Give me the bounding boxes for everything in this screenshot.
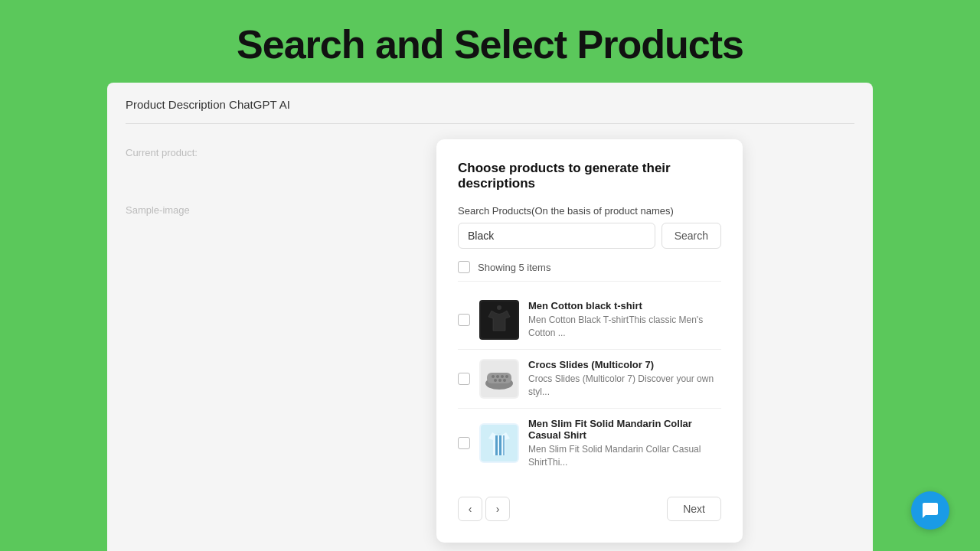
product-image-1 xyxy=(479,300,519,340)
product-checkbox-1[interactable] xyxy=(458,314,470,326)
product-info-2: Crocs Slides (Multicolor 7) Crocs Slides… xyxy=(528,359,721,399)
svg-rect-4 xyxy=(487,373,511,383)
left-panel: Current product: Sample-image xyxy=(126,139,309,543)
product-list: Men Cotton black t-shirt Men Cotton Blac… xyxy=(458,291,721,478)
modal-overlay: Choose products to generate their descri… xyxy=(325,139,854,543)
search-button[interactable]: Search xyxy=(662,223,721,249)
chat-icon xyxy=(921,501,939,520)
page-header: Search and Select Products xyxy=(0,0,980,83)
product-name-3: Men Slim Fit Solid Mandarin Collar Casua… xyxy=(528,418,721,441)
search-input[interactable] xyxy=(458,223,655,249)
product-image-2 xyxy=(479,359,519,399)
app-divider xyxy=(126,123,854,124)
page-title: Search and Select Products xyxy=(0,21,980,67)
product-item[interactable]: Men Cotton black t-shirt Men Cotton Blac… xyxy=(458,291,721,350)
svg-rect-15 xyxy=(503,435,505,455)
sample-image-label: Sample-image xyxy=(126,204,309,216)
product-checkbox-2[interactable] xyxy=(458,373,470,385)
svg-point-10 xyxy=(498,379,501,382)
svg-rect-13 xyxy=(495,435,498,455)
app-container: Product Description ChatGPT AI Current p… xyxy=(107,83,873,551)
product-desc-2: Crocs Slides (Multicolor 7) Discover you… xyxy=(528,373,721,399)
svg-rect-14 xyxy=(499,435,501,455)
svg-point-8 xyxy=(505,375,508,378)
showing-row: Showing 5 items xyxy=(458,261,721,282)
product-name-1: Men Cotton black t-shirt xyxy=(528,300,721,311)
svg-point-11 xyxy=(503,379,506,382)
product-info-3: Men Slim Fit Solid Mandarin Collar Casua… xyxy=(528,418,721,469)
next-button[interactable]: Next xyxy=(667,497,721,521)
pagination-buttons: ‹ › xyxy=(458,497,510,521)
product-name-2: Crocs Slides (Multicolor 7) xyxy=(528,359,721,370)
product-checkbox-3[interactable] xyxy=(458,437,470,449)
product-selection-modal: Choose products to generate their descri… xyxy=(436,139,743,543)
product-item[interactable]: Men Slim Fit Solid Mandarin Collar Casua… xyxy=(458,409,721,478)
search-label: Search Products(On the basis of product … xyxy=(458,205,721,217)
current-product-label: Current product: xyxy=(126,147,309,158)
svg-point-1 xyxy=(497,305,501,310)
product-image-3 xyxy=(479,423,519,463)
chat-button[interactable] xyxy=(911,491,949,530)
app-title: Product Description ChatGPT AI xyxy=(126,98,854,111)
prev-page-button[interactable]: ‹ xyxy=(458,497,482,521)
product-desc-1: Men Cotton Black T-shirtThis classic Men… xyxy=(528,314,721,340)
svg-point-7 xyxy=(501,375,504,378)
search-row: Search xyxy=(458,223,721,249)
app-body: Current product: Sample-image Choose pro… xyxy=(126,139,854,543)
svg-point-6 xyxy=(496,375,499,378)
showing-text: Showing 5 items xyxy=(478,262,550,273)
product-info-1: Men Cotton black t-shirt Men Cotton Blac… xyxy=(528,300,721,340)
svg-point-5 xyxy=(492,375,495,378)
product-desc-3: Men Slim Fit Solid Mandarin Collar Casua… xyxy=(528,443,721,469)
svg-point-9 xyxy=(494,379,497,382)
select-all-checkbox[interactable] xyxy=(458,261,470,273)
product-item[interactable]: Crocs Slides (Multicolor 7) Crocs Slides… xyxy=(458,350,721,409)
pagination-row: ‹ › Next xyxy=(458,492,721,521)
next-page-button[interactable]: › xyxy=(485,497,510,521)
modal-title: Choose products to generate their descri… xyxy=(458,161,721,191)
